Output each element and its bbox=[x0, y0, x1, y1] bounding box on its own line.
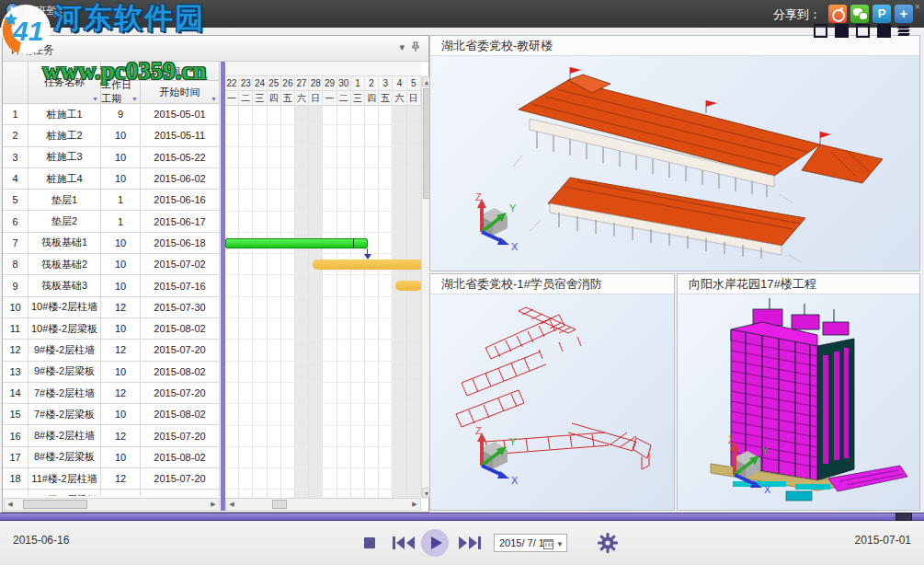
row-index: 5 bbox=[3, 190, 29, 211]
share-pengyou-icon[interactable]: P bbox=[873, 5, 891, 23]
row-task-name: 10#楼-2层梁板 bbox=[29, 318, 101, 340]
close-icon[interactable]: × bbox=[915, 1, 920, 12]
tile-window-icon[interactable] bbox=[856, 24, 870, 38]
layers-icon[interactable] bbox=[898, 26, 909, 36]
table-row[interactable]: 11 10#楼-2层梁板 10 2015-08-02 bbox=[3, 318, 220, 340]
row-duration: 10 bbox=[101, 404, 141, 425]
gantt-bar-筏板基础1[interactable] bbox=[225, 238, 368, 248]
row-index: 12 bbox=[3, 340, 29, 361]
chevron-down-icon[interactable]: ▼ bbox=[556, 540, 564, 548]
row-task-name: 桩施工1 bbox=[29, 104, 101, 125]
scroll-left-icon[interactable]: ◀ bbox=[5, 499, 16, 510]
date-picker-input[interactable]: 2015/ 7/ 1 ▼ bbox=[494, 534, 567, 552]
row-task-name: 桩施工3 bbox=[29, 147, 101, 168]
row-task-name: 7#楼-2层柱墙 bbox=[29, 383, 101, 404]
scroll-right-icon[interactable]: ▶ bbox=[208, 499, 219, 510]
row-index: 13 bbox=[3, 362, 29, 383]
table-row[interactable]: 7 筏板基础1 10 2015-06-18 bbox=[3, 233, 220, 254]
row-index: 10 bbox=[3, 297, 29, 318]
cascade-window-icon[interactable] bbox=[877, 24, 891, 38]
gantt-h-scrollbar[interactable]: ◀ ▶ bbox=[225, 498, 421, 511]
model-teaching-building-canvas[interactable]: Z Y X bbox=[430, 56, 919, 271]
viewport-residential-tower: 向阳水岸花园17#楼工程 bbox=[677, 273, 920, 511]
filter-icon[interactable]: ▼ bbox=[92, 96, 98, 102]
table-row[interactable]: 6 垫层2 1 2015-06-17 bbox=[3, 211, 220, 232]
header-start[interactable]: 开始时间 ▼ bbox=[141, 81, 220, 104]
axis-z-label: Z bbox=[728, 434, 735, 445]
table-row[interactable]: 13 9#楼-2层梁板 10 2015-08-02 bbox=[3, 362, 220, 383]
table-row[interactable]: 15 7#楼-2层梁板 10 2015-08-02 bbox=[3, 404, 220, 425]
row-index: 9 bbox=[3, 275, 29, 296]
header-duration[interactable]: 工作日工期 ▼ bbox=[101, 81, 141, 104]
row-index: 3 bbox=[3, 147, 29, 168]
table-row[interactable]: 17 8#楼-2层梁板 10 2015-08-02 bbox=[3, 447, 220, 468]
row-index: 7 bbox=[3, 233, 29, 254]
axis-triad: Z Y X bbox=[463, 191, 520, 254]
pane-title: 计划任务 bbox=[10, 42, 54, 58]
row-index: 8 bbox=[3, 254, 29, 275]
table-row[interactable]: 14 7#楼-2层柱墙 12 2015-07-20 bbox=[3, 383, 220, 404]
row-index: 18 bbox=[3, 468, 29, 490]
row-start-date: 2015-08-02 bbox=[141, 404, 220, 425]
table-row[interactable]: 19 11#楼-2层梁板 10 2015-08-02 bbox=[3, 490, 220, 496]
row-task-name: 11#楼-2层柱墙 bbox=[29, 468, 101, 490]
restore-window-icon[interactable] bbox=[814, 24, 827, 38]
app-window: 自班驾驶舱 分享到： P + × 41 河东软件园 www.pc0359.cn bbox=[0, 0, 924, 565]
timeline-slider[interactable] bbox=[0, 513, 924, 521]
header-task-name[interactable]: 任务名称 ▼ bbox=[29, 62, 101, 104]
scroll-right-icon[interactable]: ▶ bbox=[409, 499, 420, 510]
row-task-name: 垫层2 bbox=[29, 211, 101, 232]
table-row[interactable]: 12 9#楼-2层柱墙 12 2015-07-20 bbox=[3, 340, 220, 361]
table-row[interactable]: 10 10#楼-2层柱墙 12 2015-07-30 bbox=[3, 297, 220, 318]
scroll-left-icon[interactable]: ◀ bbox=[226, 499, 237, 510]
row-index: 6 bbox=[3, 211, 29, 232]
timeline-start-date: 2015-06-16 bbox=[13, 534, 69, 547]
pin-icon[interactable] bbox=[410, 41, 421, 54]
maximize-window-icon[interactable] bbox=[835, 24, 849, 38]
model-dorm-fire-canvas[interactable]: Z Y X bbox=[430, 294, 674, 510]
row-task-name: 筏板基础1 bbox=[29, 233, 101, 254]
filter-icon[interactable]: ▼ bbox=[211, 96, 217, 102]
share-wechat-icon[interactable] bbox=[850, 5, 869, 23]
stop-button[interactable] bbox=[364, 521, 375, 565]
table-h-scroll-thumb[interactable] bbox=[23, 500, 87, 509]
skip-back-button[interactable] bbox=[392, 521, 416, 565]
row-task-name: 桩施工2 bbox=[29, 125, 101, 146]
table-row[interactable]: 2 桩施工2 10 2015-05-11 bbox=[3, 125, 220, 146]
table-row[interactable]: 3 桩施工3 10 2015-05-22 bbox=[3, 147, 220, 168]
share-more-icon[interactable]: + bbox=[895, 5, 913, 23]
row-duration: 12 bbox=[101, 383, 141, 404]
table-row[interactable]: 8 筏板基础2 10 2015-07-02 bbox=[3, 254, 220, 275]
gantt-h-scroll-thumb[interactable] bbox=[272, 500, 287, 509]
gantt-bar-筏板基础2[interactable] bbox=[313, 259, 421, 270]
play-button[interactable] bbox=[421, 521, 449, 565]
row-start-date: 2015-07-20 bbox=[141, 425, 220, 446]
table-row[interactable]: 4 桩施工4 10 2015-06-02 bbox=[3, 168, 220, 190]
gantt-bar-筏板基础3[interactable] bbox=[395, 281, 421, 291]
table-row[interactable]: 5 垫层1 1 2015-06-16 bbox=[3, 190, 220, 211]
settings-gear-icon[interactable] bbox=[598, 521, 618, 565]
filter-icon[interactable]: ▼ bbox=[131, 96, 138, 102]
gantt-chart[interactable]: 22 一 23 二 24 三 bbox=[225, 62, 421, 498]
timeline-slider-handle[interactable] bbox=[895, 513, 912, 521]
table-row[interactable]: 1 桩施工1 9 2015-05-01 bbox=[3, 104, 220, 125]
table-row[interactable]: 18 11#楼-2层柱墙 12 2015-07-20 bbox=[3, 468, 220, 490]
share-weibo-icon[interactable] bbox=[828, 5, 847, 23]
plan-task-pane: 计划任务 ▾ 任务名称 ▼ 计划时间 工作日工期 bbox=[2, 35, 429, 513]
chevron-down-icon[interactable]: ▾ bbox=[399, 41, 405, 53]
viewport-teaching-building: 湖北省委党校-教研楼 bbox=[429, 35, 920, 271]
row-start-date: 2015-07-30 bbox=[141, 297, 220, 318]
viewport-title: 湖北省委党校-1#学员宿舍消防 bbox=[430, 274, 674, 294]
row-start-date: 2015-05-11 bbox=[141, 125, 220, 146]
window-title: 自班驾驶舱 bbox=[24, 4, 79, 19]
row-index: 17 bbox=[3, 447, 29, 468]
row-task-name: 10#楼-2层柱墙 bbox=[29, 297, 101, 318]
table-row[interactable]: 16 8#楼-2层柱墙 12 2015-07-20 bbox=[3, 425, 220, 446]
calendar-icon[interactable] bbox=[543, 538, 553, 551]
row-start-date: 2015-08-02 bbox=[141, 447, 220, 468]
table-row[interactable]: 9 筏板基础3 10 2015-07-16 bbox=[3, 275, 220, 296]
table-h-scrollbar[interactable]: ◀ ▶ bbox=[4, 498, 220, 511]
skip-forward-button[interactable] bbox=[458, 521, 482, 565]
row-start-date: 2015-06-02 bbox=[141, 168, 220, 190]
model-residential-tower-canvas[interactable]: Z Y X bbox=[678, 294, 919, 510]
